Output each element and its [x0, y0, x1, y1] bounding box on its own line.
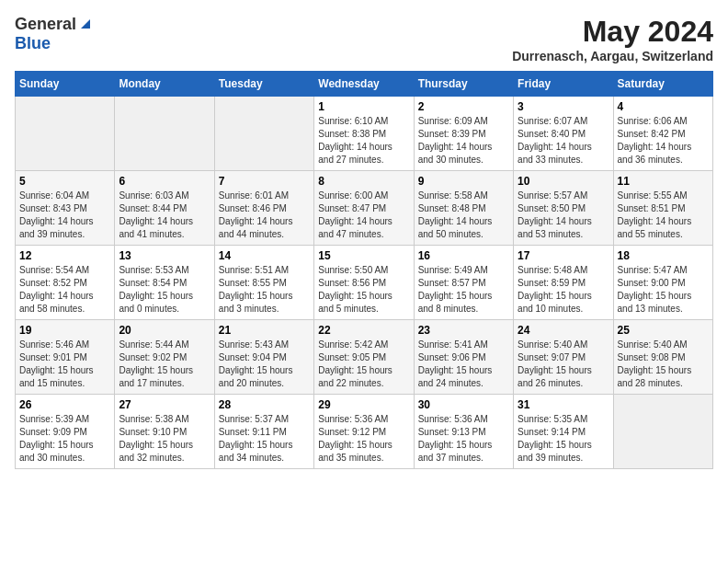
- calendar-week-4: 19Sunrise: 5:46 AM Sunset: 9:01 PM Dayli…: [16, 320, 713, 395]
- day-number: 5: [19, 175, 110, 188]
- day-number: 7: [219, 175, 310, 188]
- calendar-cell: 2Sunrise: 6:09 AM Sunset: 8:39 PM Daylig…: [414, 97, 513, 171]
- day-info: Sunrise: 5:44 AM Sunset: 9:02 PM Dayligh…: [119, 339, 210, 390]
- month-title: May 2024: [512, 15, 713, 49]
- calendar-week-3: 12Sunrise: 5:54 AM Sunset: 8:52 PM Dayli…: [16, 246, 713, 320]
- day-info: Sunrise: 5:36 AM Sunset: 9:13 PM Dayligh…: [418, 413, 509, 465]
- day-info: Sunrise: 5:40 AM Sunset: 9:08 PM Dayligh…: [618, 339, 709, 390]
- day-number: 10: [518, 175, 609, 188]
- day-info: Sunrise: 5:38 AM Sunset: 9:10 PM Dayligh…: [119, 413, 210, 465]
- location-title: Durrenasch, Aargau, Switzerland: [512, 49, 713, 63]
- calendar-cell: 19Sunrise: 5:46 AM Sunset: 9:01 PM Dayli…: [16, 320, 115, 395]
- logo-triangle-icon: [79, 16, 92, 32]
- day-number: 25: [618, 324, 709, 337]
- day-number: 18: [618, 249, 709, 262]
- day-info: Sunrise: 5:51 AM Sunset: 8:55 PM Dayligh…: [219, 264, 310, 316]
- day-number: 4: [618, 100, 709, 113]
- day-info: Sunrise: 5:36 AM Sunset: 9:12 PM Dayligh…: [318, 413, 409, 465]
- day-info: Sunrise: 5:48 AM Sunset: 8:59 PM Dayligh…: [518, 264, 609, 316]
- calendar-cell: 14Sunrise: 5:51 AM Sunset: 8:55 PM Dayli…: [214, 246, 313, 320]
- calendar-week-2: 5Sunrise: 6:04 AM Sunset: 8:43 PM Daylig…: [16, 171, 713, 246]
- day-number: 20: [119, 324, 210, 337]
- day-info: Sunrise: 5:42 AM Sunset: 9:05 PM Dayligh…: [318, 339, 409, 390]
- day-info: Sunrise: 5:50 AM Sunset: 8:56 PM Dayligh…: [318, 264, 409, 316]
- day-info: Sunrise: 6:07 AM Sunset: 8:40 PM Dayligh…: [518, 115, 609, 167]
- day-info: Sunrise: 5:58 AM Sunset: 8:48 PM Dayligh…: [418, 190, 509, 241]
- calendar-body: 1Sunrise: 6:10 AM Sunset: 8:38 PM Daylig…: [16, 97, 713, 469]
- day-info: Sunrise: 5:35 AM Sunset: 9:14 PM Dayligh…: [518, 413, 609, 465]
- day-info: Sunrise: 6:00 AM Sunset: 8:47 PM Dayligh…: [318, 190, 409, 241]
- day-info: Sunrise: 6:10 AM Sunset: 8:38 PM Dayligh…: [318, 115, 409, 167]
- day-info: Sunrise: 6:03 AM Sunset: 8:44 PM Dayligh…: [119, 190, 210, 241]
- day-number: 28: [219, 398, 310, 411]
- day-info: Sunrise: 5:43 AM Sunset: 9:04 PM Dayligh…: [219, 339, 310, 390]
- col-sunday: Sunday: [16, 72, 115, 97]
- day-info: Sunrise: 6:01 AM Sunset: 8:46 PM Dayligh…: [219, 190, 310, 241]
- day-number: 9: [418, 175, 509, 188]
- calendar-header: Sunday Monday Tuesday Wednesday Thursday…: [16, 72, 713, 97]
- day-info: Sunrise: 5:41 AM Sunset: 9:06 PM Dayligh…: [418, 339, 509, 390]
- logo-general: General: [15, 15, 76, 34]
- day-number: 8: [318, 175, 409, 188]
- day-number: 26: [19, 398, 110, 411]
- calendar-table: Sunday Monday Tuesday Wednesday Thursday…: [15, 71, 713, 469]
- calendar-week-1: 1Sunrise: 6:10 AM Sunset: 8:38 PM Daylig…: [16, 97, 713, 171]
- calendar-cell: 17Sunrise: 5:48 AM Sunset: 8:59 PM Dayli…: [514, 246, 613, 320]
- day-number: 14: [219, 249, 310, 262]
- day-number: 12: [19, 249, 110, 262]
- calendar-cell: 10Sunrise: 5:57 AM Sunset: 8:50 PM Dayli…: [514, 171, 613, 246]
- day-info: Sunrise: 5:57 AM Sunset: 8:50 PM Dayligh…: [518, 190, 609, 241]
- calendar-cell: 28Sunrise: 5:37 AM Sunset: 9:11 PM Dayli…: [214, 395, 313, 469]
- day-info: Sunrise: 5:55 AM Sunset: 8:51 PM Dayligh…: [618, 190, 709, 241]
- day-number: 24: [518, 324, 609, 337]
- header-row: Sunday Monday Tuesday Wednesday Thursday…: [16, 72, 713, 97]
- calendar-week-5: 26Sunrise: 5:39 AM Sunset: 9:09 PM Dayli…: [16, 395, 713, 469]
- calendar-cell: 24Sunrise: 5:40 AM Sunset: 9:07 PM Dayli…: [514, 320, 613, 395]
- calendar-cell: 1Sunrise: 6:10 AM Sunset: 8:38 PM Daylig…: [314, 97, 414, 171]
- calendar-cell: [613, 395, 712, 469]
- calendar-cell: 13Sunrise: 5:53 AM Sunset: 8:54 PM Dayli…: [115, 246, 214, 320]
- calendar-cell: 4Sunrise: 6:06 AM Sunset: 8:42 PM Daylig…: [613, 97, 712, 171]
- day-info: Sunrise: 6:09 AM Sunset: 8:39 PM Dayligh…: [418, 115, 509, 167]
- day-number: 3: [518, 100, 609, 113]
- day-number: 19: [19, 324, 110, 337]
- calendar-cell: 3Sunrise: 6:07 AM Sunset: 8:40 PM Daylig…: [514, 97, 613, 171]
- calendar-cell: 7Sunrise: 6:01 AM Sunset: 8:46 PM Daylig…: [214, 171, 313, 246]
- logo-blue: Blue: [15, 34, 51, 52]
- day-info: Sunrise: 5:54 AM Sunset: 8:52 PM Dayligh…: [19, 264, 110, 316]
- day-number: 15: [318, 249, 409, 262]
- calendar-cell: 29Sunrise: 5:36 AM Sunset: 9:12 PM Dayli…: [314, 395, 414, 469]
- col-thursday: Thursday: [414, 72, 513, 97]
- day-info: Sunrise: 5:46 AM Sunset: 9:01 PM Dayligh…: [19, 339, 110, 390]
- day-number: 31: [518, 398, 609, 411]
- day-number: 17: [518, 249, 609, 262]
- day-number: 11: [618, 175, 709, 188]
- col-saturday: Saturday: [613, 72, 712, 97]
- col-wednesday: Wednesday: [314, 72, 414, 97]
- day-number: 16: [418, 249, 509, 262]
- calendar-cell: 9Sunrise: 5:58 AM Sunset: 8:48 PM Daylig…: [414, 171, 513, 246]
- calendar-cell: 16Sunrise: 5:49 AM Sunset: 8:57 PM Dayli…: [414, 246, 513, 320]
- calendar-cell: [115, 97, 214, 171]
- calendar-cell: 23Sunrise: 5:41 AM Sunset: 9:06 PM Dayli…: [414, 320, 513, 395]
- calendar-cell: 26Sunrise: 5:39 AM Sunset: 9:09 PM Dayli…: [16, 395, 115, 469]
- calendar-cell: 18Sunrise: 5:47 AM Sunset: 9:00 PM Dayli…: [613, 246, 712, 320]
- calendar-cell: [16, 97, 115, 171]
- calendar-cell: 8Sunrise: 6:00 AM Sunset: 8:47 PM Daylig…: [314, 171, 414, 246]
- day-number: 6: [119, 175, 210, 188]
- calendar-cell: 31Sunrise: 5:35 AM Sunset: 9:14 PM Dayli…: [514, 395, 613, 469]
- day-number: 13: [119, 249, 210, 262]
- calendar-cell: 12Sunrise: 5:54 AM Sunset: 8:52 PM Dayli…: [16, 246, 115, 320]
- calendar-cell: 15Sunrise: 5:50 AM Sunset: 8:56 PM Dayli…: [314, 246, 414, 320]
- calendar-cell: 6Sunrise: 6:03 AM Sunset: 8:44 PM Daylig…: [115, 171, 214, 246]
- calendar-cell: 27Sunrise: 5:38 AM Sunset: 9:10 PM Dayli…: [115, 395, 214, 469]
- calendar-cell: 11Sunrise: 5:55 AM Sunset: 8:51 PM Dayli…: [613, 171, 712, 246]
- day-number: 23: [418, 324, 509, 337]
- calendar-cell: 22Sunrise: 5:42 AM Sunset: 9:05 PM Dayli…: [314, 320, 414, 395]
- day-info: Sunrise: 6:04 AM Sunset: 8:43 PM Dayligh…: [19, 190, 110, 241]
- day-number: 22: [318, 324, 409, 337]
- col-tuesday: Tuesday: [214, 72, 313, 97]
- col-friday: Friday: [514, 72, 613, 97]
- day-number: 21: [219, 324, 310, 337]
- day-info: Sunrise: 5:39 AM Sunset: 9:09 PM Dayligh…: [19, 413, 110, 465]
